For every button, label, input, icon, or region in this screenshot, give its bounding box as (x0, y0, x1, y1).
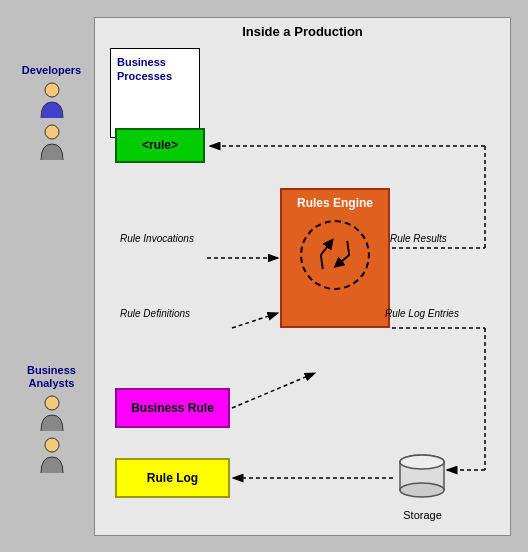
storage-label: Storage (403, 509, 442, 521)
svg-point-3 (45, 438, 59, 452)
analysts-group: BusinessAnalysts (9, 364, 94, 473)
biz-rule-label: Business Rule (131, 401, 214, 415)
re-label: Rules Engine (297, 196, 373, 210)
left-actors: Developers BusinessAnalysts (9, 9, 94, 544)
svg-point-1 (45, 125, 59, 139)
rule-log-label: Rule Log (147, 471, 198, 485)
rule-log-entries-label: Rule Log Entries (385, 308, 459, 319)
developers-label: Developers (22, 64, 81, 77)
outer-container: Developers BusinessAnalysts (9, 9, 519, 544)
svg-point-0 (45, 83, 59, 97)
svg-point-6 (400, 483, 444, 497)
re-circle (300, 220, 370, 290)
diagram-title: Inside a Production (95, 18, 510, 43)
rule-results-label: Rule Results (390, 233, 447, 244)
cycle-arrows (302, 220, 368, 290)
analyst-icon-1 (33, 393, 71, 431)
rule-invocations-label: Rule Invocations (120, 233, 194, 244)
storage-icon (395, 450, 450, 505)
rules-engine-box: Rules Engine (280, 188, 390, 328)
rule-box: <rule> (115, 128, 205, 163)
developer-icon-1 (33, 80, 71, 118)
rule-log-box: Rule Log (115, 458, 230, 498)
business-processes-box: BusinessProcesses (110, 48, 200, 138)
rule-definitions-label: Rule Definitions (120, 308, 190, 319)
analyst-icon-2 (33, 435, 71, 473)
svg-point-2 (45, 396, 59, 410)
business-rule-box: Business Rule (115, 388, 230, 428)
developer-icon-2 (33, 122, 71, 160)
bp-label: BusinessProcesses (117, 55, 172, 84)
analysts-label: BusinessAnalysts (27, 364, 76, 390)
storage-group: Storage (395, 450, 450, 521)
rule-definitions-arrow (232, 313, 278, 328)
rule-label: <rule> (142, 138, 178, 152)
main-area: Inside a Production BusinessProcesses <r… (94, 17, 511, 536)
bizrule-to-re-arrow (232, 373, 315, 408)
svg-point-7 (400, 455, 444, 469)
developers-group: Developers (9, 64, 94, 160)
